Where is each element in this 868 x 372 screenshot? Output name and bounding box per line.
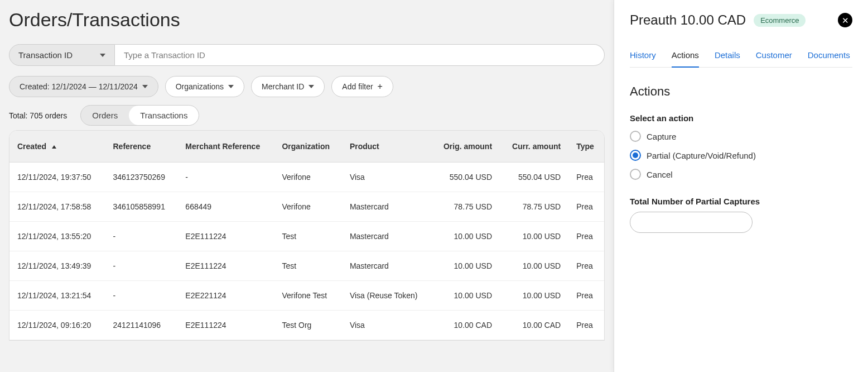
col-organization[interactable]: Organization xyxy=(274,131,341,163)
panel-tab-history[interactable]: History xyxy=(630,50,656,67)
filter-merchant-label: Merchant ID xyxy=(262,82,304,91)
col-created[interactable]: Created xyxy=(9,131,105,163)
panel-header: Preauth 10.00 CAD Ecommerce ✕ xyxy=(630,12,852,28)
radio-capture-label: Capture xyxy=(647,132,676,141)
panel-title-group: Preauth 10.00 CAD Ecommerce xyxy=(630,12,806,28)
cell-organization: Test xyxy=(274,222,341,251)
col-created-label: Created xyxy=(17,142,46,151)
cell-orig-amount: 550.04 USD xyxy=(431,163,500,192)
panel-tab-details[interactable]: Details xyxy=(715,50,740,67)
cell-created: 12/11/2024, 13:55:20 xyxy=(9,222,105,251)
cell-created: 12/11/2024, 09:16:20 xyxy=(9,311,105,340)
cell-reference: 346123750269 xyxy=(105,163,177,192)
cell-type: Prea xyxy=(568,222,604,251)
radio-partial[interactable]: Partial (Capture/Void/Refund) xyxy=(630,150,852,161)
channel-badge: Ecommerce xyxy=(754,14,806,27)
col-type[interactable]: Type xyxy=(568,131,604,163)
cell-merchant-reference: - xyxy=(177,163,274,192)
cell-reference: - xyxy=(105,251,177,281)
table-row[interactable]: 12/11/2024, 19:37:50346123750269-Verifon… xyxy=(9,163,604,192)
transactions-table-wrap: Created Reference Merchant Reference Org… xyxy=(9,130,605,341)
filter-date-chip[interactable]: Created: 12/1/2024 — 12/11/2024 xyxy=(9,76,158,97)
cell-product: Mastercard xyxy=(342,222,431,251)
cell-organization: Verifone Test xyxy=(274,281,341,311)
sort-asc-icon xyxy=(52,145,56,149)
col-product[interactable]: Product xyxy=(342,131,431,163)
cell-created: 12/11/2024, 13:21:54 xyxy=(9,281,105,311)
cell-product: Mastercard xyxy=(342,192,431,222)
table-row[interactable]: 12/11/2024, 17:58:58346105858991668449Ve… xyxy=(9,192,604,222)
partial-captures-label: Total Number of Partial Captures xyxy=(630,197,852,206)
radio-icon xyxy=(630,131,641,142)
tab-orders[interactable]: Orders xyxy=(81,106,129,125)
filter-date-label: Created: 12/1/2024 — 12/11/2024 xyxy=(20,82,138,91)
chevron-down-icon xyxy=(308,85,314,88)
panel-tabs: History Actions Details Customer Documen… xyxy=(630,50,852,68)
table-row[interactable]: 12/11/2024, 09:16:2024121141096E2E111224… xyxy=(9,311,604,340)
cell-orig-amount: 10.00 CAD xyxy=(431,311,500,340)
cell-organization: Test xyxy=(274,251,341,281)
tab-transactions[interactable]: Transactions xyxy=(129,106,199,125)
table-row[interactable]: 12/11/2024, 13:49:39-E2E111224TestMaster… xyxy=(9,251,604,281)
cell-product: Visa xyxy=(342,311,431,340)
panel-tab-documents[interactable]: Documents xyxy=(808,50,850,67)
radio-capture[interactable]: Capture xyxy=(630,131,852,142)
summary-row: Total: 705 orders Orders Transactions xyxy=(9,105,605,126)
cell-orig-amount: 10.00 USD xyxy=(431,281,500,311)
col-reference[interactable]: Reference xyxy=(105,131,177,163)
partial-captures-input[interactable] xyxy=(630,212,753,233)
col-curr-amount[interactable]: Curr. amount xyxy=(500,131,568,163)
radio-partial-label: Partial (Capture/Void/Refund) xyxy=(647,151,756,160)
filter-bar: Created: 12/1/2024 — 12/11/2024 Organiza… xyxy=(9,76,605,97)
radio-cancel[interactable]: Cancel xyxy=(630,169,852,180)
cell-orig-amount: 10.00 USD xyxy=(431,222,500,251)
table-header-row: Created Reference Merchant Reference Org… xyxy=(9,131,604,163)
filter-organizations-chip[interactable]: Organizations xyxy=(165,76,244,97)
transactions-table: Created Reference Merchant Reference Org… xyxy=(9,131,604,340)
panel-tab-customer[interactable]: Customer xyxy=(756,50,792,67)
col-merchant-reference[interactable]: Merchant Reference xyxy=(177,131,274,163)
cell-type: Prea xyxy=(568,251,604,281)
search-type-label: Transaction ID xyxy=(18,50,73,60)
cell-merchant-reference: 668449 xyxy=(177,192,274,222)
cell-merchant-reference: E2E111224 xyxy=(177,251,274,281)
close-button[interactable]: ✕ xyxy=(838,13,852,27)
chevron-down-icon xyxy=(142,85,148,88)
filter-merchant-chip[interactable]: Merchant ID xyxy=(251,76,325,97)
cell-curr-amount: 10.00 CAD xyxy=(500,311,568,340)
radio-icon-selected xyxy=(630,150,641,161)
col-orig-amount[interactable]: Orig. amount xyxy=(431,131,500,163)
cell-created: 12/11/2024, 13:49:39 xyxy=(9,251,105,281)
cell-curr-amount: 550.04 USD xyxy=(500,163,568,192)
actions-heading: Actions xyxy=(630,84,852,99)
add-filter-label: Add filter xyxy=(342,82,373,91)
search-type-select[interactable]: Transaction ID xyxy=(9,44,115,66)
cell-merchant-reference: E2E221124 xyxy=(177,281,274,311)
cell-created: 12/11/2024, 17:58:58 xyxy=(9,192,105,222)
cell-type: Prea xyxy=(568,281,604,311)
cell-merchant-reference: E2E111224 xyxy=(177,222,274,251)
cell-curr-amount: 10.00 USD xyxy=(500,251,568,281)
cell-product: Visa xyxy=(342,163,431,192)
cell-merchant-reference: E2E111224 xyxy=(177,311,274,340)
cell-reference: - xyxy=(105,281,177,311)
cell-type: Prea xyxy=(568,311,604,340)
plus-icon: + xyxy=(378,82,383,92)
chevron-down-icon xyxy=(228,85,234,88)
add-filter-button[interactable]: Add filter + xyxy=(331,76,393,97)
cell-organization: Test Org xyxy=(274,311,341,340)
page-title: Orders/Transactions xyxy=(9,9,605,31)
cell-product: Mastercard xyxy=(342,251,431,281)
cell-type: Prea xyxy=(568,192,604,222)
table-row[interactable]: 12/11/2024, 13:55:20-E2E111224TestMaster… xyxy=(9,222,604,251)
cell-reference: 346105858991 xyxy=(105,192,177,222)
select-action-label: Select an action xyxy=(630,113,852,123)
search-bar: Transaction ID xyxy=(9,44,605,66)
table-row[interactable]: 12/11/2024, 13:21:54-E2E221124Verifone T… xyxy=(9,281,604,311)
search-input[interactable] xyxy=(115,44,605,66)
main-content: Orders/Transactions Transaction ID Creat… xyxy=(0,0,614,341)
cell-created: 12/11/2024, 19:37:50 xyxy=(9,163,105,192)
panel-tab-actions[interactable]: Actions xyxy=(672,50,699,68)
cell-product: Visa (Reuse Token) xyxy=(342,281,431,311)
view-tabs: Orders Transactions xyxy=(80,105,199,126)
